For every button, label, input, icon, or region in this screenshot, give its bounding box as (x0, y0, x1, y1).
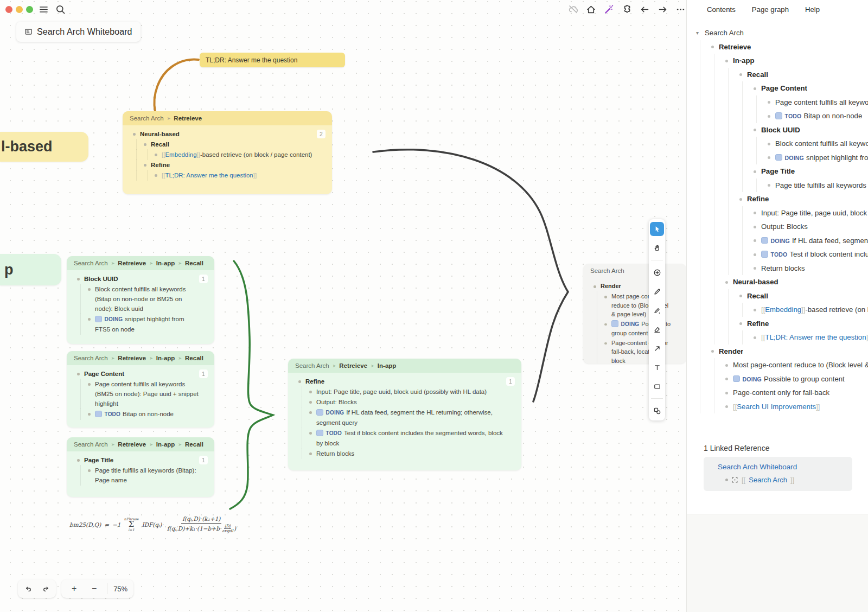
block-row[interactable]: Refine (123, 160, 329, 170)
breadcrumb-segment[interactable]: Search Arch (74, 355, 108, 361)
linked-page-link[interactable]: Search Arch Whiteboard (711, 463, 847, 471)
outline-item[interactable]: DOINGsnippet highlight from FTS5 on node (695, 151, 868, 165)
page-ref-link[interactable]: Embedding (765, 305, 801, 314)
breadcrumb-segment[interactable]: Recall (185, 355, 203, 361)
breadcrumb-segment[interactable]: Retreieve (174, 115, 202, 122)
board-title-chip[interactable]: Search Arch Whiteboard (16, 22, 141, 42)
page-ref-link[interactable]: TL;DR: Answer me the question (165, 172, 253, 178)
task-checkbox[interactable] (733, 375, 740, 382)
block-row[interactable]: Page content fulfills all keywords (BM25… (67, 379, 211, 409)
card-render[interactable]: Search ArchRenderMost page-content reduc… (583, 264, 686, 364)
card-recall-block-uuid[interactable]: Search Arch➤Retreieve➤In-app➤RecallBlock… (67, 256, 214, 344)
partial-card-in-app[interactable]: p (0, 254, 61, 285)
task-checkbox[interactable] (761, 237, 768, 244)
task-checkbox[interactable] (775, 154, 782, 161)
outline-item[interactable]: [[Search UI Improvements]] (695, 400, 868, 414)
breadcrumb-segment[interactable]: In-app (156, 260, 175, 266)
outline-item[interactable]: Block UUID (695, 123, 868, 137)
nav-forward-icon[interactable] (657, 4, 668, 15)
zoom-out-button[interactable]: − (87, 582, 101, 596)
zoom-window-button[interactable] (26, 6, 33, 13)
more-icon[interactable] (675, 4, 686, 15)
search-icon[interactable] (55, 4, 66, 15)
shape-tool[interactable] (650, 379, 664, 393)
block-row[interactable]: Page title fulfills all keywords (Bitap)… (67, 466, 211, 485)
card-retreieve[interactable]: Search Arch➤RetreieveNeural-based2Recall… (123, 111, 332, 194)
magic-wand-icon[interactable] (603, 4, 615, 15)
sidebar-tab-contents[interactable]: Contents (707, 5, 736, 14)
task-checkbox[interactable] (95, 411, 102, 418)
block-row[interactable]: Recall (123, 139, 329, 149)
breadcrumb-segment[interactable]: Search Arch (130, 115, 164, 122)
highlight-tool[interactable] (650, 303, 664, 317)
task-checkbox[interactable] (316, 430, 323, 437)
outline-item[interactable]: Page Title (695, 164, 868, 178)
block-row[interactable]: Render (583, 282, 683, 291)
connector-tool[interactable] (650, 341, 664, 355)
sticky-note-tldr[interactable]: TL;DR: Answer me the question (200, 53, 345, 67)
sidebar-tab-page-graph[interactable]: Page graph (752, 5, 789, 14)
outline-item[interactable]: DOINGPossible to group content (695, 372, 868, 386)
zoom-in-button[interactable]: + (67, 582, 81, 596)
block-row[interactable]: TODOTest if block content includes the s… (288, 428, 518, 448)
outline-item[interactable]: Most page-content reduce to (Block level… (695, 358, 868, 372)
page-ref-link[interactable]: Search UI Improvements (737, 403, 816, 411)
whiteboard-canvas[interactable]: Search Arch Whiteboard TL;DR: Answer me … (0, 0, 686, 612)
block-row[interactable]: TODOBitap on non-node (67, 409, 211, 419)
block-row[interactable]: [[Embedding]]-based retrieve (on block /… (123, 150, 329, 160)
task-checkbox[interactable] (775, 112, 782, 119)
block-row[interactable]: Input: Page title, page uuid, block uuid… (288, 387, 518, 397)
task-checkbox[interactable] (316, 409, 323, 416)
breadcrumb-segment[interactable]: Retreieve (118, 355, 146, 361)
outline-item[interactable]: Refine (695, 192, 868, 206)
asset-tool[interactable] (650, 404, 664, 418)
block-row[interactable]: Return blocks (288, 449, 518, 458)
breadcrumb-segment[interactable]: Retreieve (118, 441, 146, 448)
page-ref-link[interactable]: Search Arch (749, 476, 787, 484)
eraser-tool[interactable] (650, 322, 664, 336)
block-row[interactable]: DOINGIf HL data feed, segment the HL ret… (288, 407, 518, 428)
outline-item[interactable]: TODOTest if block content includes the s… (695, 247, 868, 262)
block-row[interactable]: Page Title1 (67, 455, 211, 465)
page-ref-link[interactable]: Embedding (165, 151, 196, 158)
select-tool[interactable] (650, 222, 664, 236)
outline-item[interactable]: [[TL;DR: Answer me the question]] (695, 330, 868, 345)
breadcrumb-segment[interactable]: In-app (156, 355, 175, 361)
add-tool[interactable] (650, 265, 664, 279)
outline-item[interactable]: Neural-based (695, 275, 868, 289)
outline-item[interactable]: DOINGIf HL data feed, segment the HL ret… (695, 234, 868, 248)
outline-item[interactable]: Block content fulfills all keywords (Bit… (695, 137, 868, 151)
breadcrumb-segment[interactable]: Search Arch (74, 260, 108, 266)
text-tool[interactable] (650, 360, 664, 374)
breadcrumb-segment[interactable]: Recall (185, 260, 203, 266)
zoom-level[interactable]: 75% (113, 585, 127, 593)
block-row[interactable]: Refine1 (288, 377, 518, 386)
hamburger-icon[interactable] (38, 4, 49, 15)
outline-item[interactable]: Retreieve (695, 40, 868, 54)
block-row[interactable]: Block UUID1 (67, 274, 211, 284)
outline-item[interactable]: Refine (695, 317, 868, 331)
nav-back-icon[interactable] (639, 4, 650, 15)
undo-button[interactable] (21, 582, 35, 596)
breadcrumb-segment[interactable]: Search Arch (590, 267, 624, 274)
outline-item[interactable]: Page content fulfills all keywords (BM25… (695, 95, 868, 110)
breadcrumb-segment[interactable]: Retreieve (118, 260, 146, 266)
block-row[interactable]: Page Content1 (67, 369, 211, 379)
breadcrumb-segment[interactable]: Search Arch (74, 441, 108, 448)
sidebar-tab-help[interactable]: Help (805, 5, 820, 14)
outline-item[interactable]: Render (695, 345, 868, 359)
outline-item[interactable]: TODOBitap on non-node (695, 109, 868, 123)
outline-item[interactable]: Input: Page title, page uuid, block uuid… (695, 206, 868, 220)
hand-tool[interactable] (650, 241, 664, 255)
card-in-app-refine[interactable]: Search Arch➤Retreieve➤In-appRefine1Input… (288, 359, 521, 470)
breadcrumb-segment[interactable]: Search Arch (295, 362, 329, 369)
minimize-window-button[interactable] (16, 6, 23, 13)
outline-item[interactable]: [[Embedding]]-based retrieve (on block /… (695, 303, 868, 317)
breadcrumb-segment[interactable]: Retreieve (339, 362, 367, 369)
block-row[interactable]: Block content fulfills all keywords (Bit… (67, 284, 211, 314)
outline-item[interactable]: Page-content only for fall-back (695, 386, 868, 400)
outline-item[interactable]: Output: Blocks (695, 220, 868, 234)
block-row[interactable]: Most page-content reduce to (Block level… (583, 292, 683, 319)
card-recall-page-content[interactable]: Search Arch➤Retreieve➤In-app➤RecallPage … (67, 351, 214, 428)
redo-button[interactable] (39, 582, 53, 596)
